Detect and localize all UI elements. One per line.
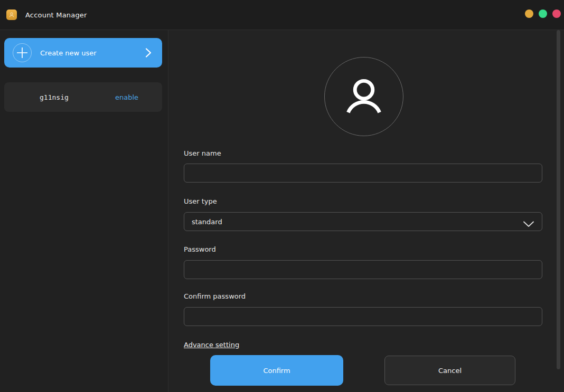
sidebar: Create new user g11nsig enable (0, 30, 168, 392)
create-user-form: User name User type standard Password Co… (169, 30, 564, 392)
confirm-password-label: Confirm password (184, 292, 246, 300)
window-title: Account Manager (25, 11, 87, 19)
confirm-password-input[interactable] (184, 307, 542, 326)
advance-setting-link[interactable]: Advance setting (184, 341, 239, 349)
app-user-icon (6, 9, 17, 20)
create-new-user-button[interactable]: Create new user (4, 38, 162, 68)
close-button[interactable] (552, 9, 561, 18)
usertype-label: User type (184, 197, 217, 205)
username-input[interactable] (184, 164, 542, 183)
chevron-down-icon (523, 219, 534, 230)
usertype-select[interactable]: standard (184, 212, 542, 231)
maximize-button[interactable] (539, 9, 547, 18)
chevron-right-icon (145, 48, 152, 60)
enable-user-link[interactable]: enable (115, 93, 138, 101)
password-input[interactable] (184, 260, 542, 279)
create-new-user-label: Create new user (40, 49, 97, 57)
avatar (324, 57, 403, 136)
usertype-selected-value: standard (192, 218, 222, 226)
titlebar: Account Manager (0, 0, 564, 30)
username-label: User name (184, 149, 221, 157)
cancel-button[interactable]: Cancel (384, 356, 515, 385)
minimize-button[interactable] (525, 9, 533, 18)
plus-icon (13, 43, 32, 62)
password-label: Password (184, 245, 216, 253)
account-manager-window: Account Manager Create new user g11nsig (0, 0, 564, 392)
vertical-scrollbar[interactable] (557, 30, 560, 369)
window-controls (525, 9, 561, 18)
confirm-button[interactable]: Confirm (210, 355, 343, 386)
user-list-item[interactable]: g11nsig enable (4, 82, 162, 112)
user-name-label: g11nsig (40, 93, 69, 101)
person-icon (325, 57, 403, 136)
